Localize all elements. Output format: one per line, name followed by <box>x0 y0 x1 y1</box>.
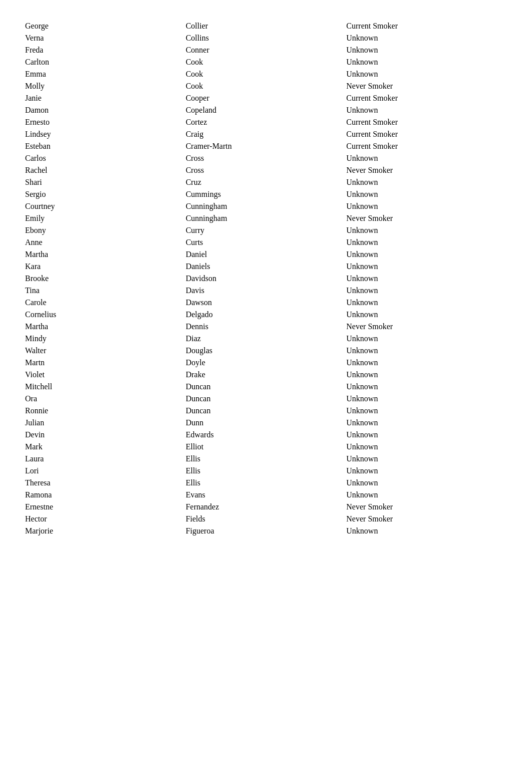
first-name-cell: Sergio <box>25 188 186 200</box>
table-row: LauraEllisUnknown <box>25 453 507 465</box>
first-name-cell: Martha <box>25 321 186 333</box>
last-name-cell: Ellis <box>186 477 347 489</box>
first-name-cell: Lori <box>25 465 186 477</box>
last-name-cell: Cunningham <box>186 200 347 212</box>
table-row: MitchellDuncanUnknown <box>25 381 507 393</box>
last-name-cell: Figueroa <box>186 525 347 537</box>
last-name-cell: Duncan <box>186 381 347 393</box>
table-row: VioletDrakeUnknown <box>25 369 507 381</box>
status-cell: Unknown <box>346 188 507 200</box>
first-name-cell: Molly <box>25 80 186 92</box>
status-cell: Unknown <box>346 453 507 465</box>
last-name-cell: Ellis <box>186 453 347 465</box>
table-row: CarltonCookUnknown <box>25 56 507 68</box>
status-cell: Unknown <box>346 381 507 393</box>
table-row: JulianDunnUnknown <box>25 417 507 429</box>
table-row: ErnestneFernandezNever Smoker <box>25 501 507 513</box>
last-name-cell: Evans <box>186 489 347 501</box>
first-name-cell: Emma <box>25 68 186 80</box>
first-name-cell: George <box>25 20 186 32</box>
status-cell: Unknown <box>346 357 507 369</box>
table-row: AnneCurtsUnknown <box>25 236 507 248</box>
status-cell: Current Smoker <box>346 20 507 32</box>
first-name-cell: Lindsey <box>25 128 186 140</box>
last-name-cell: Cramer-Martn <box>186 140 347 152</box>
last-name-cell: Dennis <box>186 321 347 333</box>
status-cell: Never Smoker <box>346 164 507 176</box>
table-row: WalterDouglasUnknown <box>25 345 507 357</box>
first-name-cell: Walter <box>25 345 186 357</box>
first-name-cell: Tina <box>25 285 186 297</box>
first-name-cell: Brooke <box>25 273 186 285</box>
last-name-cell: Fernandez <box>186 501 347 513</box>
table-row: MindyDiazUnknown <box>25 333 507 345</box>
status-cell: Unknown <box>346 200 507 212</box>
first-name-cell: Ebony <box>25 224 186 236</box>
status-cell: Never Smoker <box>346 501 507 513</box>
first-name-cell: Emily <box>25 212 186 224</box>
last-name-cell: Ellis <box>186 465 347 477</box>
table-row: MarthaDanielUnknown <box>25 248 507 260</box>
last-name-cell: Cook <box>186 68 347 80</box>
status-cell: Current Smoker <box>346 116 507 128</box>
last-name-cell: Cummings <box>186 188 347 200</box>
status-cell: Never Smoker <box>346 513 507 525</box>
last-name-cell: Cortez <box>186 116 347 128</box>
last-name-cell: Daniel <box>186 248 347 260</box>
table-row: MarthaDennisNever Smoker <box>25 321 507 333</box>
last-name-cell: Davis <box>186 285 347 297</box>
table-row: DamonCopelandUnknown <box>25 104 507 116</box>
last-name-cell: Duncan <box>186 405 347 417</box>
first-name-cell: Damon <box>25 104 186 116</box>
last-name-cell: Cook <box>186 56 347 68</box>
first-name-cell: Laura <box>25 453 186 465</box>
status-cell: Unknown <box>346 525 507 537</box>
first-name-cell: Violet <box>25 369 186 381</box>
last-name-cell: Cooper <box>186 92 347 104</box>
first-name-cell: Ronnie <box>25 405 186 417</box>
last-name-cell: Elliot <box>186 441 347 453</box>
status-cell: Current Smoker <box>346 128 507 140</box>
status-cell: Unknown <box>346 297 507 309</box>
status-cell: Unknown <box>346 417 507 429</box>
status-cell: Unknown <box>346 345 507 357</box>
status-cell: Current Smoker <box>346 92 507 104</box>
last-name-cell: Davidson <box>186 273 347 285</box>
table-row: EstebanCramer-MartnCurrent Smoker <box>25 140 507 152</box>
status-cell: Unknown <box>346 32 507 44</box>
status-cell: Unknown <box>346 260 507 273</box>
status-cell: Unknown <box>346 369 507 381</box>
status-cell: Never Smoker <box>346 212 507 224</box>
status-cell: Unknown <box>346 477 507 489</box>
last-name-cell: Fields <box>186 513 347 525</box>
first-name-cell: Carlton <box>25 56 186 68</box>
table-row: MarkElliotUnknown <box>25 441 507 453</box>
status-cell: Unknown <box>346 56 507 68</box>
first-name-cell: Devin <box>25 429 186 441</box>
first-name-cell: Ramona <box>25 489 186 501</box>
table-row: MarjorieFigueroaUnknown <box>25 525 507 537</box>
table-row: ShariCruzUnknown <box>25 176 507 188</box>
last-name-cell: Cook <box>186 80 347 92</box>
last-name-cell: Collins <box>186 32 347 44</box>
table-row: EmmaCookUnknown <box>25 68 507 80</box>
table-row: GeorgeCollierCurrent Smoker <box>25 20 507 32</box>
table-row: ErnestoCortezCurrent Smoker <box>25 116 507 128</box>
last-name-cell: Delgado <box>186 309 347 321</box>
first-name-cell: Marjorie <box>25 525 186 537</box>
last-name-cell: Craig <box>186 128 347 140</box>
table-row: RonnieDuncanUnknown <box>25 405 507 417</box>
last-name-cell: Diaz <box>186 333 347 345</box>
last-name-cell: Drake <box>186 369 347 381</box>
last-name-cell: Cruz <box>186 176 347 188</box>
first-name-cell: Janie <box>25 92 186 104</box>
table-row: MollyCookNever Smoker <box>25 80 507 92</box>
table-row: CourtneyCunninghamUnknown <box>25 200 507 212</box>
first-name-cell: Freda <box>25 44 186 56</box>
first-name-cell: Ora <box>25 393 186 405</box>
first-name-cell: Verna <box>25 32 186 44</box>
table-row: CorneliusDelgadoUnknown <box>25 309 507 321</box>
table-row: BrookeDavidsonUnknown <box>25 273 507 285</box>
table-row: MartnDoyleUnknown <box>25 357 507 369</box>
status-cell: Unknown <box>346 333 507 345</box>
